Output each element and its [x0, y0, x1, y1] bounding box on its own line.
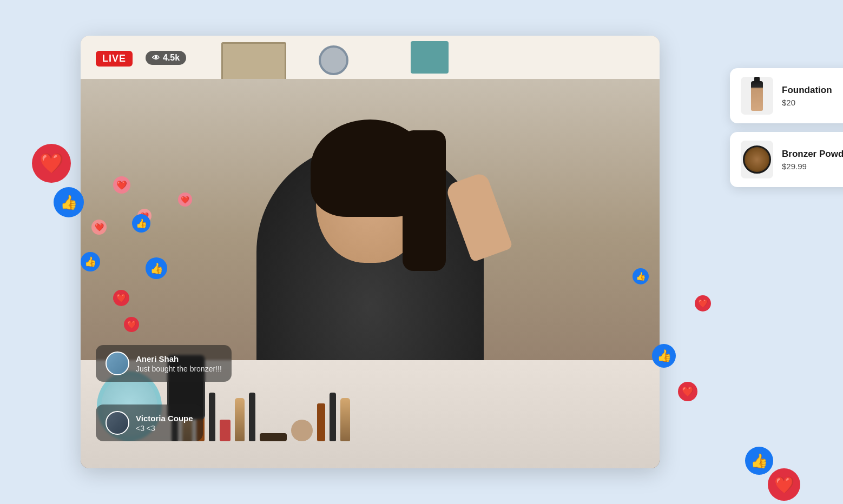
comment-box-2: Victoria Coupe <3 <3 — [96, 404, 203, 441]
makeup-round — [291, 420, 313, 441]
username-1: Aneri Shah — [136, 354, 222, 363]
bronzer-compact-icon — [743, 145, 771, 174]
message-2: <3 <3 — [136, 424, 193, 433]
product-name-foundation: Foundation — [782, 85, 832, 96]
main-scene: LIVE 👁 4.5k Aneri Shah Just bought the b… — [48, 25, 795, 479]
product-price-foundation: $20 — [782, 98, 832, 107]
makeup-bottle — [235, 398, 245, 441]
comment-text-2: Victoria Coupe <3 <3 — [136, 414, 193, 433]
makeup-item — [330, 393, 336, 441]
makeup-item — [249, 393, 255, 441]
teal-box-decoration — [411, 41, 449, 74]
reaction-heart-r3: ❤️ — [768, 468, 800, 501]
product-cards: Foundation $20 Bronzer Powder $29.99 — [730, 68, 843, 187]
reaction-heart-r2: ❤️ — [678, 382, 697, 401]
live-badge: LIVE — [96, 51, 133, 67]
clock-decoration — [319, 45, 348, 75]
eye-icon: 👁 — [152, 54, 160, 62]
avatar-2 — [106, 411, 129, 435]
username-2: Victoria Coupe — [136, 414, 193, 423]
product-info-foundation: Foundation $20 — [782, 85, 832, 107]
makeup-short — [220, 420, 230, 441]
reaction-heart-large: ❤️ — [32, 144, 71, 183]
product-price-bronzer: $29.99 — [782, 162, 843, 171]
makeup-item — [209, 393, 215, 441]
reaction-thumb-r2: 👍 — [745, 447, 773, 475]
viewer-number: 4.5k — [163, 53, 180, 63]
avatar-1 — [106, 352, 129, 375]
makeup-compact — [260, 433, 287, 441]
comment-box-1: Aneri Shah Just bought the bronzer!!! — [96, 345, 232, 382]
video-card: LIVE 👁 4.5k Aneri Shah Just bought the b… — [81, 36, 660, 468]
makeup-item — [317, 403, 325, 441]
viewer-count: 👁 4.5k — [146, 51, 186, 65]
product-name-bronzer: Bronzer Powder — [782, 149, 843, 160]
message-1: Just bought the bronzer!!! — [136, 364, 222, 373]
product-image-foundation — [741, 77, 773, 115]
reaction-heart-r1: ❤️ — [695, 295, 711, 311]
product-card-bronzer[interactable]: Bronzer Powder $29.99 — [730, 132, 843, 187]
video-background: LIVE 👁 4.5k Aneri Shah Just bought the b… — [81, 36, 660, 468]
foundation-bottle-icon — [751, 81, 763, 111]
person-hair — [311, 120, 430, 217]
product-info-bronzer: Bronzer Powder $29.99 — [782, 149, 843, 171]
reaction-thumb-large: 👍 — [54, 187, 84, 217]
product-card-foundation[interactable]: Foundation $20 — [730, 68, 843, 123]
comment-text-1: Aneri Shah Just bought the bronzer!!! — [136, 354, 222, 373]
makeup-bottle — [340, 398, 350, 441]
product-image-bronzer — [741, 141, 773, 178]
